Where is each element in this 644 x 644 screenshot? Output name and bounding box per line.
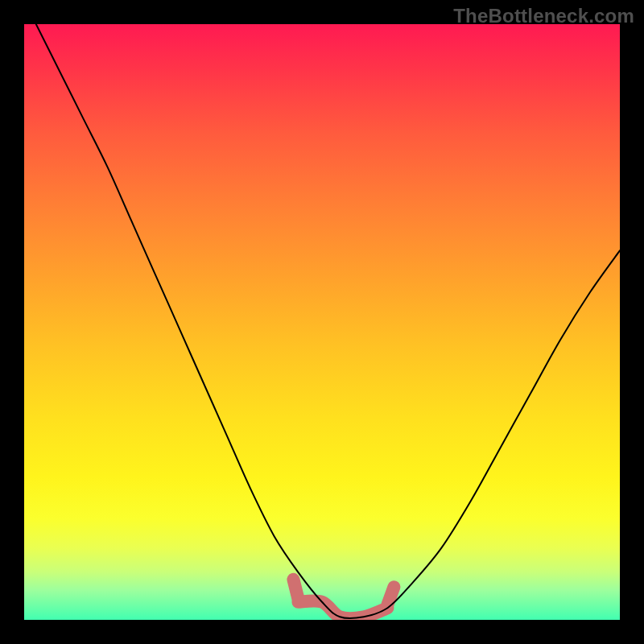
- optimal-band-highlight: [298, 601, 387, 618]
- curve-layer: [24, 24, 620, 620]
- bottleneck-curve-line: [36, 24, 620, 618]
- optimal-band-exit-stub: [387, 587, 394, 605]
- watermark-text: TheBottleneck.com: [453, 5, 634, 27]
- plot-area: [24, 24, 620, 620]
- chart-frame: TheBottleneck.com: [0, 0, 644, 644]
